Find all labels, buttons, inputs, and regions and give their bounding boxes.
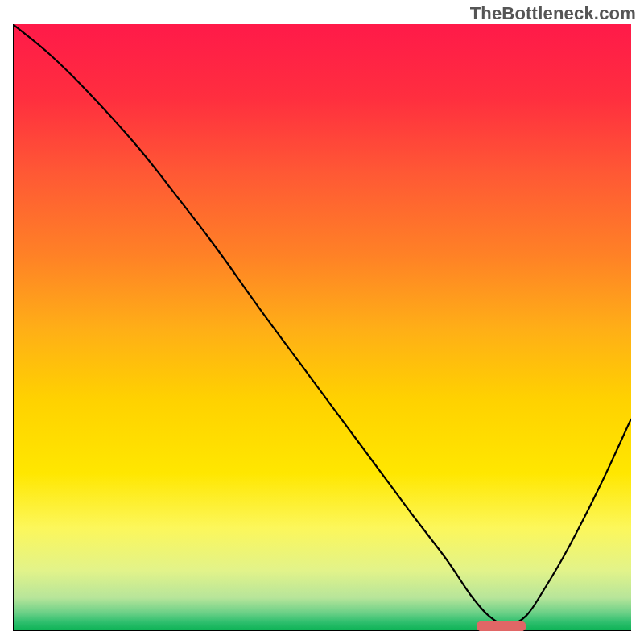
plot-frame: [13, 24, 631, 631]
chart-container: TheBottleneck.com: [0, 0, 644, 644]
gradient-background: [13, 24, 631, 631]
watermark-text: TheBottleneck.com: [470, 3, 636, 24]
valley-marker: [477, 621, 526, 631]
chart-svg: [13, 24, 631, 631]
